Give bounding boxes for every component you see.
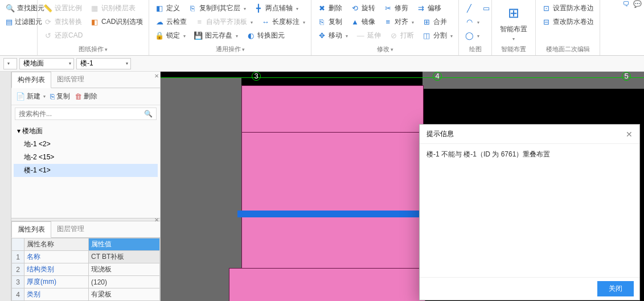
prop-value[interactable]: (120) <box>89 276 160 288</box>
property-table: 属性名称 属性值 1 名称 CT BT补板 2 结构类别 现浇板 3 厚度(mm… <box>11 238 160 301</box>
dim-icon: ↔ <box>261 17 270 26</box>
prop-value[interactable]: 现浇板 <box>89 263 160 276</box>
axis-marker: 3 <box>252 72 261 81</box>
replace-icon: ⟳ <box>43 17 52 26</box>
axis-line <box>161 77 644 78</box>
cad-icon: ◧ <box>90 17 99 26</box>
voice-icon[interactable]: 🗨 <box>623 0 630 8</box>
combo-floor[interactable]: 楼-1▾ <box>76 58 131 69</box>
tab-attributes[interactable]: 属性列表 <box>11 221 51 238</box>
tab-drawing-mgmt[interactable]: 图纸管理 <box>51 72 90 88</box>
filter-element-button[interactable]: ▤过滤图元 <box>3 15 34 28</box>
search-icon: 🔍 <box>6 3 15 13</box>
close-icon[interactable]: ✕ <box>154 73 159 79</box>
restore-icon: ↺ <box>43 31 52 40</box>
prop-value[interactable]: 有梁板 <box>89 288 160 301</box>
dialog-title: 提示信息 <box>426 129 454 139</box>
align-button[interactable]: ≡对齐 <box>381 15 416 28</box>
copy-icon: ⎘ <box>50 92 55 101</box>
prop-name[interactable]: 类别 <box>24 288 89 301</box>
close-icon[interactable]: ✕ <box>154 217 159 223</box>
tab-layers[interactable]: 图层管理 <box>51 221 90 237</box>
prop-name[interactable]: 名称 <box>24 251 89 263</box>
disk-icon: 💾 <box>194 31 203 40</box>
chat-icon[interactable]: 💬 <box>633 0 642 8</box>
dialog-close-icon[interactable]: ✕ <box>626 130 633 139</box>
header-value[interactable]: 属性值 <box>89 238 160 251</box>
two-point-axis-button[interactable]: ╋两点辅轴 <box>252 1 301 15</box>
view-waterproof-button[interactable]: ⊟查改防水卷边 <box>539 15 596 28</box>
find-element-button[interactable]: 🔍查找图元 <box>3 1 34 15</box>
split-button[interactable]: ◫分割 <box>420 28 455 42</box>
group-label-general-ops[interactable]: 通用操作 <box>153 44 307 55</box>
search-icon[interactable]: 🔍 <box>144 110 153 118</box>
new-icon: 📄 <box>16 92 25 101</box>
component-tree: ▾ 楼地面 地-1 <2> 地-2 <15> 楼-1 <1> <box>11 122 160 218</box>
auto-level-button: ≡自动平齐顶板 <box>192 15 255 28</box>
draw-circle-button[interactable]: ◯ <box>462 28 482 42</box>
smart-layout-icon: ⊞ <box>504 4 523 22</box>
set-waterproof-button[interactable]: ⊡设置防水卷边 <box>539 1 596 15</box>
dialog-close-button[interactable]: 关闭 <box>597 281 634 296</box>
slab-element[interactable] <box>241 85 424 282</box>
copy-button[interactable]: ⎘复制 <box>315 15 344 28</box>
length-annot-button[interactable]: ↔长度标注 <box>259 15 307 28</box>
tree-item-selected[interactable]: 楼-1 <1> <box>14 164 158 177</box>
dialog-message: 楼-1 不能与 楼-1（ID 为 6761）重叠布置 <box>420 144 639 277</box>
ruler-icon: 📏 <box>43 3 52 13</box>
prop-name[interactable]: 厚度(mm) <box>24 276 89 288</box>
draw-line-button[interactable]: ╱ <box>462 1 476 15</box>
copy-to-floor-button[interactable]: ⎘复制到其它层 <box>186 1 248 15</box>
delete-icon: ✖ <box>317 3 326 13</box>
corner-cell <box>12 238 24 251</box>
move-button[interactable]: ✥移动 <box>315 28 350 42</box>
mirror-button[interactable]: ▲镜像 <box>348 15 378 28</box>
slab-line <box>241 132 424 133</box>
define-button[interactable]: ◧定义 <box>153 1 182 15</box>
mirror-icon: ▲ <box>350 17 359 26</box>
prop-value[interactable]: CT BT补板 <box>89 251 160 263</box>
group-label <box>3 46 34 55</box>
copy-component-button[interactable]: ⎘复制 <box>50 92 70 101</box>
combo-category[interactable]: 楼地面▾ <box>19 58 74 69</box>
collapsed-panel-left[interactable] <box>0 72 11 301</box>
offset-icon: ⇉ <box>416 3 425 13</box>
tree-item[interactable]: 地-1 <2> <box>14 138 158 151</box>
header-name[interactable]: 属性名称 <box>24 238 89 251</box>
save-elem-button[interactable]: 💾图元存盘 <box>191 28 240 42</box>
group-label-modify[interactable]: 修改 <box>315 44 455 55</box>
rotate-button[interactable]: ⟲旋转 <box>348 1 378 15</box>
offset-button[interactable]: ⇉偏移 <box>414 1 444 15</box>
delete-component-button[interactable]: 🗑删除 <box>75 92 97 101</box>
draw-rect-button[interactable]: ▭ <box>479 1 493 15</box>
merge-icon: ⊞ <box>422 17 431 26</box>
smart-layout-button[interactable]: ⊞ 智能布置 ▾ <box>495 2 532 44</box>
convert-elem-button[interactable]: ◐转换图元 <box>244 28 287 42</box>
prop-name[interactable]: 结构类别 <box>24 263 89 276</box>
set-scale-button: 📏设置比例 <box>41 1 84 15</box>
new-component-button[interactable]: 📄新建▾ <box>16 92 46 101</box>
group-label-drawing-ops[interactable]: 图纸操作 <box>41 44 145 55</box>
axis-marker: 4 <box>433 72 442 81</box>
line-icon: ╱ <box>465 3 474 13</box>
merge-button[interactable]: ⊞合并 <box>420 15 449 28</box>
trash-icon: 🗑 <box>75 92 82 101</box>
cloud-icon: ☁ <box>155 17 164 26</box>
search-input[interactable] <box>19 110 144 118</box>
splitter[interactable]: ✕ <box>11 218 160 221</box>
delete-button[interactable]: ✖删除 <box>315 1 344 15</box>
left-panel: ✕ 构件列表 图纸管理 📄新建▾ ⎘复制 🗑删除 🔍 ▾ 楼地面 地-1 <2>… <box>11 72 161 301</box>
group-label-floor-edit: 楼地面二次编辑 <box>539 44 596 55</box>
cad-identify-button[interactable]: ◧CAD识别选项 <box>88 15 145 28</box>
trim-button[interactable]: ✂修剪 <box>381 1 411 15</box>
lock-button[interactable]: 🔒锁定 <box>153 28 188 42</box>
draw-arc-button[interactable]: ◠ <box>462 15 482 28</box>
define-icon: ◧ <box>155 3 164 13</box>
tree-root[interactable]: ▾ 楼地面 <box>14 125 158 138</box>
slab-element[interactable] <box>229 268 425 301</box>
tree-item[interactable]: 地-2 <15> <box>14 151 158 164</box>
tab-component-list[interactable]: 构件列表 <box>11 72 51 88</box>
beam-element[interactable] <box>237 211 425 217</box>
combo-unknown[interactable]: ▾ <box>3 58 17 69</box>
cloud-check-button[interactable]: ☁云检查 <box>153 15 189 28</box>
